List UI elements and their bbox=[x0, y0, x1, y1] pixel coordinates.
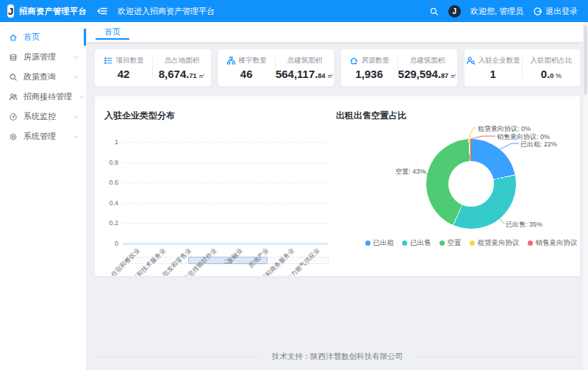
y-axis-tick: 1 bbox=[96, 138, 118, 146]
gridline bbox=[123, 163, 329, 163]
monitor-icon bbox=[9, 113, 18, 121]
scrollbar[interactable] bbox=[583, 22, 588, 370]
stat-metric: 房源数量1,936 bbox=[341, 56, 398, 79]
house-icon bbox=[349, 56, 359, 65]
tabs-bar: 首页 bbox=[87, 22, 588, 43]
main-area: 首页 项目数量42总占地面积8,674.71 ㎡楼宇数量46总建筑面积564,1… bbox=[87, 22, 588, 370]
sidebar-menu: 首页房源管理政策查询招商接待管理系统监控系统管理 bbox=[0, 27, 86, 146]
gridline bbox=[123, 203, 329, 204]
home-icon bbox=[9, 33, 18, 42]
stat-label: 入驻企业数量 bbox=[466, 56, 520, 65]
legend-item[interactable]: 销售意向协议 bbox=[528, 238, 578, 248]
coin-icon bbox=[9, 53, 18, 62]
legend-dot bbox=[365, 241, 370, 246]
stat-metric: 项目数量42 bbox=[95, 56, 152, 79]
legend-item[interactable]: 已出租 bbox=[365, 238, 395, 248]
y-axis-tick: 0.4 bbox=[96, 199, 118, 207]
legend-dot bbox=[402, 241, 407, 246]
sidebar-item-label: 政策查询 bbox=[24, 71, 66, 82]
pie-chart: 租赁意向协议: 0% 销售意向协议: 0% 已出租: 22% 空置: 43% 已… bbox=[337, 118, 581, 277]
footer-text: 技术支持：陕西沣慧数创科技有限公司 bbox=[272, 352, 404, 362]
stat-metric: 总建筑面积529,594.87 ㎡ bbox=[398, 56, 457, 79]
logout-label: 退出登录 bbox=[545, 6, 578, 17]
stat-value: 1 bbox=[490, 68, 495, 79]
search-icon bbox=[9, 73, 18, 82]
y-axis-tick: 0.2 bbox=[96, 219, 118, 227]
y-axis-tick: 0.8 bbox=[96, 159, 118, 166]
bar-chart: 10.80.60.40.20住宿和餐饮业科学研究和技术服务业批发和零售业信息传输… bbox=[95, 96, 337, 277]
footer-divider-left bbox=[94, 357, 262, 357]
sidebar-item-1[interactable]: 房源管理 bbox=[0, 47, 86, 67]
stat-value: 564,117.84 ㎡ bbox=[276, 68, 334, 79]
stat-value: 46 bbox=[240, 68, 253, 79]
stat-metric: 楼宇数量46 bbox=[218, 56, 275, 79]
stat-metric: 入驻企业数量1 bbox=[465, 56, 522, 79]
chevron-down-icon bbox=[78, 93, 85, 101]
avatar[interactable]: J bbox=[448, 5, 461, 18]
logo-icon: J bbox=[7, 4, 14, 18]
footer: 技术支持：陕西沣慧数创科技有限公司 bbox=[94, 352, 581, 362]
legend-label: 已出售 bbox=[410, 238, 431, 248]
gridline bbox=[123, 223, 329, 224]
stat-label: 项目数量 bbox=[104, 56, 144, 65]
y-axis-tick: 0 bbox=[96, 240, 118, 247]
legend-label: 销售意向协议 bbox=[536, 238, 578, 248]
scrollbar-thumb[interactable] bbox=[584, 25, 587, 95]
stat-value: 1,936 bbox=[356, 68, 384, 79]
gear-icon bbox=[9, 132, 18, 141]
donut-ring[interactable] bbox=[426, 139, 516, 229]
sidebar-item-label: 系统管理 bbox=[24, 131, 66, 142]
sidebar-item-2[interactable]: 政策查询 bbox=[0, 67, 86, 87]
menu-fold-icon[interactable] bbox=[97, 6, 107, 16]
gridline bbox=[123, 142, 329, 143]
stat-label: 总占地面积 bbox=[165, 56, 200, 65]
sidebar-item-5[interactable]: 系统管理 bbox=[0, 127, 86, 146]
user-greeting: 欢迎您, 管理员 bbox=[470, 6, 523, 17]
pie-legend: 已出租已出售空置租赁意向协议销售意向协议 bbox=[359, 238, 581, 248]
legend-dot bbox=[528, 241, 533, 246]
enterprise-search-icon bbox=[466, 56, 476, 65]
y-axis-tick: 0.6 bbox=[96, 179, 118, 186]
sidebar-item-label: 系统监控 bbox=[24, 111, 66, 122]
tab-label: 首页 bbox=[104, 26, 121, 38]
sidebar-item-label: 首页 bbox=[24, 32, 79, 43]
legend-label: 租赁意向协议 bbox=[478, 238, 520, 248]
stat-label: 总建筑面积 bbox=[410, 56, 445, 65]
header-search-icon[interactable] bbox=[429, 7, 439, 16]
pie-callout-rented: 已出租: 22% bbox=[520, 140, 557, 149]
chevron-down-icon bbox=[72, 54, 79, 61]
sidebar-item-3[interactable]: 招商接待管理 bbox=[0, 87, 86, 107]
page-content: 项目数量42总占地面积8,674.71 ㎡楼宇数量46总建筑面积564,117.… bbox=[87, 43, 588, 370]
chevron-down-icon bbox=[72, 74, 79, 81]
stat-label: 楼宇数量 bbox=[226, 56, 267, 65]
stat-value: 8,674.71 ㎡ bbox=[159, 68, 205, 79]
app-title: 招商资产管理平台 bbox=[19, 6, 87, 17]
sidebar-item-0[interactable]: 首页 bbox=[0, 27, 86, 47]
legend-item[interactable]: 已出售 bbox=[402, 238, 431, 248]
stat-label: 入驻面积占比 bbox=[530, 56, 572, 65]
sidebar-item-4[interactable]: 系统监控 bbox=[0, 107, 86, 127]
stat-metric: 总占地面积8,674.71 ㎡ bbox=[153, 56, 210, 79]
legend-item[interactable]: 租赁意向协议 bbox=[470, 238, 520, 248]
pie-callout-vacant: 空置: 43% bbox=[395, 167, 426, 177]
stat-card: 入驻企业数量1入驻面积占比0.0 % bbox=[464, 49, 581, 87]
legend-item[interactable]: 空置 bbox=[440, 238, 462, 248]
chevron-down-icon bbox=[72, 133, 79, 140]
stat-value: 42 bbox=[118, 68, 130, 79]
sidebar-item-label: 招商接待管理 bbox=[24, 91, 72, 102]
logout-button[interactable]: 退出登录 bbox=[533, 6, 578, 17]
stat-label: 房源数量 bbox=[349, 56, 390, 65]
header-right: J 欢迎您, 管理员 退出登录 bbox=[429, 5, 588, 18]
stat-value: 0.0 % bbox=[541, 68, 562, 79]
stat-card: 楼宇数量46总建筑面积564,117.84 ㎡ bbox=[218, 49, 335, 87]
stat-value: 529,594.87 ㎡ bbox=[398, 68, 457, 79]
chevron-down-icon bbox=[72, 113, 79, 121]
top-header: J 招商资产管理平台 欢迎进入招商资产管理平台 J 欢迎您, 管理员 退出登录 bbox=[0, 0, 588, 22]
tab-home[interactable]: 首页 bbox=[94, 22, 131, 42]
cluster-icon bbox=[226, 56, 236, 65]
stat-metric: 入驻面积占比0.0 % bbox=[523, 56, 580, 79]
app-logo: J 招商资产管理平台 bbox=[0, 4, 87, 18]
logout-icon bbox=[533, 7, 542, 16]
reception-icon bbox=[9, 93, 18, 102]
stats-row: 项目数量42总占地面积8,674.71 ㎡楼宇数量46总建筑面积564,117.… bbox=[94, 49, 581, 87]
